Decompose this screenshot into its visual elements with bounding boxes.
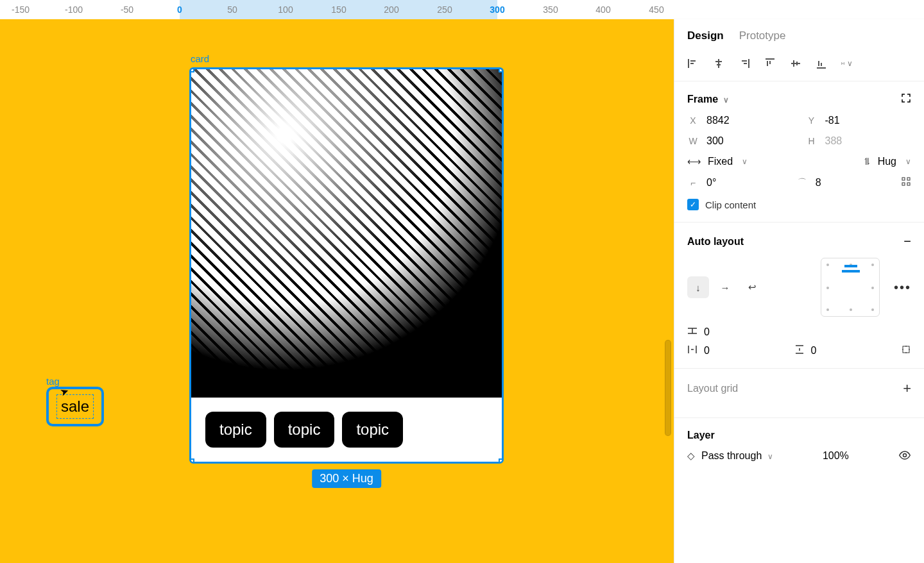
svg-rect-1 bbox=[907, 178, 910, 180]
card-frame[interactable]: card topic topic topic 300 × Hug bbox=[189, 67, 504, 464]
align-bottom-icon[interactable] bbox=[816, 58, 827, 69]
ruler-mark: 150 bbox=[331, 4, 346, 15]
resize-handle-br[interactable] bbox=[499, 458, 504, 464]
align-left-icon[interactable] bbox=[687, 58, 699, 69]
layoutgrid-title[interactable]: Layout grid bbox=[687, 383, 738, 394]
align-top-icon[interactable] bbox=[764, 58, 776, 69]
ruler-mark: 300 bbox=[490, 4, 504, 15]
svg-rect-3 bbox=[907, 183, 910, 185]
resize-v-icon: ⥮ bbox=[863, 156, 871, 167]
align-right-icon[interactable] bbox=[739, 58, 750, 69]
layer-section: Layer ◇ Pass through ∨ 100% bbox=[674, 418, 924, 473]
remove-autolayout-icon[interactable]: − bbox=[903, 234, 911, 249]
chevron-down-icon: ∨ bbox=[767, 452, 773, 461]
direction-wrap-button[interactable]: ↩ bbox=[741, 276, 763, 298]
visibility-icon[interactable] bbox=[898, 451, 911, 462]
distribute-icon[interactable]: ∨ bbox=[841, 58, 853, 69]
ruler-mark: -100 bbox=[65, 4, 83, 15]
chevron-down-icon: ∨ bbox=[905, 157, 911, 166]
pad-h-icon bbox=[687, 344, 697, 357]
align-v-center-icon[interactable] bbox=[790, 58, 801, 69]
ruler-mark: 0 bbox=[177, 4, 182, 15]
blend-mode-icon[interactable]: ◇ bbox=[687, 450, 695, 462]
pad-h-input[interactable]: 0 bbox=[704, 345, 710, 357]
card-tags-row: topic topic topic bbox=[191, 398, 502, 462]
inspector-panel: Design Prototype ∨ Frame ∨ X8842 Y-81 W3… bbox=[674, 19, 924, 563]
topic-tag[interactable]: topic bbox=[274, 412, 335, 448]
independent-corners-icon[interactable] bbox=[901, 176, 911, 189]
clip-content-checkbox[interactable]: ✓ bbox=[687, 199, 699, 210]
y-input[interactable]: -81 bbox=[825, 115, 840, 126]
layer-title: Layer bbox=[687, 430, 715, 441]
ruler-mark: 250 bbox=[437, 4, 452, 15]
ruler-mark: 450 bbox=[649, 4, 663, 15]
svg-point-5 bbox=[903, 453, 907, 457]
ruler-mark: 350 bbox=[543, 4, 558, 15]
clip-content-row[interactable]: ✓ Clip content bbox=[687, 199, 911, 210]
layoutgrid-section: Layout grid + bbox=[674, 369, 924, 418]
gap-icon bbox=[687, 326, 697, 338]
tab-prototype[interactable]: Prototype bbox=[739, 29, 786, 42]
opacity-input[interactable]: 100% bbox=[823, 450, 849, 462]
svg-rect-0 bbox=[902, 178, 905, 180]
ruler-mark: 50 bbox=[227, 4, 237, 15]
x-label: X bbox=[687, 115, 699, 126]
rotation-input[interactable]: 0° bbox=[706, 177, 716, 189]
ruler-mark: 200 bbox=[384, 4, 398, 15]
autolayout-title: Auto layout bbox=[687, 236, 744, 248]
add-layoutgrid-icon[interactable]: + bbox=[903, 380, 911, 397]
h-input[interactable]: 388 bbox=[825, 135, 843, 147]
frame-title[interactable]: Frame ∨ bbox=[687, 94, 729, 105]
align-h-center-icon[interactable] bbox=[713, 58, 724, 69]
height-resize-mode[interactable]: ⥮ Hug ∨ bbox=[863, 156, 911, 167]
tab-design[interactable]: Design bbox=[687, 29, 724, 42]
independent-padding-icon[interactable] bbox=[901, 344, 911, 357]
canvas-scrollbar[interactable] bbox=[665, 340, 671, 436]
clip-content-label: Clip content bbox=[705, 199, 756, 210]
angle-icon: ⌐ bbox=[687, 178, 699, 188]
pad-v-icon bbox=[794, 344, 805, 357]
horizontal-ruler[interactable]: -150-100-50050100150200250300350400450 bbox=[0, 0, 924, 19]
radius-input[interactable]: 8 bbox=[816, 177, 821, 189]
frame-section: Frame ∨ X8842 Y-81 W300 H388 ⟷ Fixed ∨ ⥮… bbox=[674, 81, 924, 223]
w-label: W bbox=[687, 136, 699, 146]
resize-h-icon: ⟷ bbox=[687, 156, 701, 167]
topic-tag[interactable]: topic bbox=[205, 412, 266, 448]
svg-rect-2 bbox=[902, 183, 905, 185]
alignment-row: ∨ bbox=[674, 51, 924, 81]
resize-handle-tl[interactable] bbox=[189, 67, 194, 72]
canvas[interactable]: card topic topic topic 300 × Hug tag ➤ s… bbox=[0, 19, 674, 563]
alignment-pad[interactable] bbox=[821, 258, 880, 317]
tag-frame[interactable]: tag ➤ sale bbox=[46, 376, 104, 426]
h-label: H bbox=[806, 136, 817, 146]
frame-label-card[interactable]: card bbox=[191, 53, 209, 64]
pad-v-input[interactable]: 0 bbox=[811, 345, 817, 357]
autolayout-more-icon[interactable]: ••• bbox=[894, 280, 911, 295]
card-content[interactable]: topic topic topic bbox=[189, 67, 504, 464]
width-resize-mode[interactable]: ⟷ Fixed ∨ bbox=[687, 156, 748, 167]
y-label: Y bbox=[806, 115, 817, 126]
gap-input[interactable]: 0 bbox=[704, 326, 710, 338]
resize-to-fit-icon[interactable] bbox=[901, 93, 911, 106]
topic-tag[interactable]: topic bbox=[342, 412, 403, 448]
card-image bbox=[191, 69, 502, 398]
chevron-down-icon: ∨ bbox=[742, 157, 748, 166]
autolayout-section: Auto layout − ↓ → ↩ ••• 0 bbox=[674, 223, 924, 369]
ruler-mark: 400 bbox=[595, 4, 610, 15]
ruler-mark: -150 bbox=[12, 4, 30, 15]
ruler-mark: 100 bbox=[278, 4, 293, 15]
chevron-down-icon: ∨ bbox=[723, 96, 729, 105]
resize-handle-tr[interactable] bbox=[499, 67, 504, 72]
svg-rect-4 bbox=[903, 346, 909, 353]
frame-label-tag[interactable]: tag bbox=[46, 376, 104, 387]
tag-element[interactable]: ➤ sale bbox=[46, 387, 104, 426]
ruler-mark: -50 bbox=[121, 4, 133, 15]
radius-icon: ⌒ bbox=[796, 177, 808, 189]
w-input[interactable]: 300 bbox=[706, 135, 724, 147]
direction-horizontal-button[interactable]: → bbox=[714, 276, 736, 298]
resize-handle-bl[interactable] bbox=[189, 458, 194, 464]
blend-mode-select[interactable]: Pass through ∨ bbox=[701, 450, 773, 462]
panel-tabs: Design Prototype bbox=[674, 19, 924, 51]
x-input[interactable]: 8842 bbox=[706, 115, 730, 126]
direction-vertical-button[interactable]: ↓ bbox=[687, 276, 709, 298]
